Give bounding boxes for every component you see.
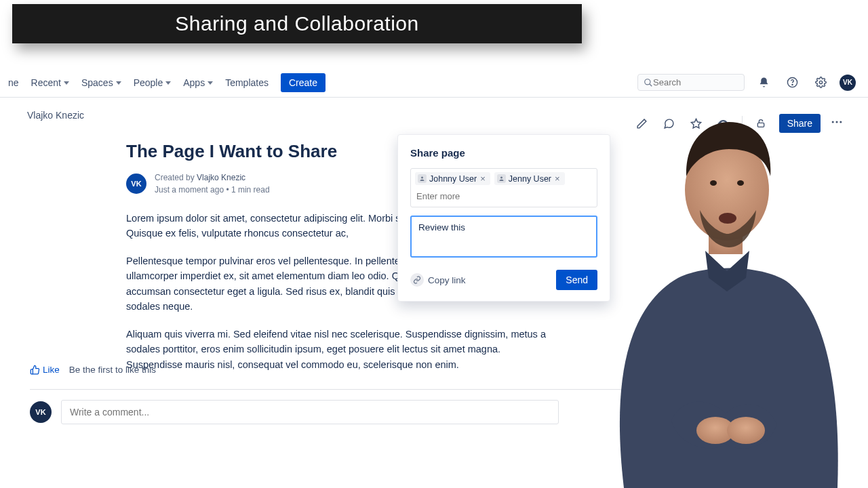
nav-right: VK [637, 73, 860, 92]
help-icon[interactable] [783, 73, 802, 92]
author-name[interactable]: Vlajko Knezic [197, 173, 245, 182]
svg-point-19 [737, 180, 744, 186]
author-avatar[interactable]: VK [126, 174, 146, 194]
settings-icon[interactable] [811, 73, 830, 92]
share-dialog-title: Share page [410, 147, 597, 159]
share-dialog: Share page Johnny User × Jenny User × Co… [397, 134, 610, 302]
notifications-icon[interactable] [754, 73, 773, 92]
user-avatar[interactable]: VK [840, 75, 856, 91]
svg-point-4 [819, 81, 822, 83]
svg-point-11 [421, 177, 423, 179]
svg-point-14 [727, 417, 765, 444]
nav-item-spaces[interactable]: Spaces [81, 77, 121, 88]
chevron-down-icon [165, 81, 171, 85]
chevron-down-icon [64, 81, 69, 85]
link-icon [410, 273, 424, 287]
svg-point-18 [710, 180, 717, 186]
chevron-down-icon [208, 81, 213, 85]
search-input[interactable] [653, 77, 734, 87]
recipient-chip: Jenny User × [494, 172, 565, 185]
share-dialog-footer: Copy link Send [410, 270, 597, 290]
search-box[interactable] [637, 74, 745, 91]
search-icon [644, 78, 653, 87]
page-toolbar: Share [633, 114, 844, 133]
copy-link-button[interactable]: Copy link [410, 273, 466, 287]
presenter-figure [570, 102, 854, 488]
svg-point-17 [719, 213, 736, 224]
restrictions-icon[interactable] [752, 115, 770, 132]
section-divider [30, 389, 631, 390]
comment-composer: VK [30, 400, 559, 424]
star-icon[interactable] [688, 115, 705, 132]
send-button[interactable]: Send [556, 270, 597, 290]
top-nav: ne Recent Spaces People Apps Templates C… [0, 68, 868, 98]
remove-recipient-icon[interactable]: × [554, 174, 561, 184]
toolbar-divider [742, 116, 743, 131]
read-time: 1 min read [231, 185, 270, 195]
comment-input[interactable] [61, 400, 559, 424]
more-actions-icon[interactable] [830, 115, 844, 132]
video-title-banner: Sharing and Collaboration [12, 4, 582, 43]
person-icon [497, 174, 506, 183]
reactions-row: Like Be the first to like this [30, 365, 156, 375]
svg-point-8 [832, 121, 834, 123]
byline-text: Created by Vlajko Knezic Just a moment a… [155, 171, 270, 196]
nav-item-apps[interactable]: Apps [183, 77, 213, 88]
recipient-chip: Johnny User × [415, 172, 490, 185]
nav-item-home-partial[interactable]: ne [8, 77, 19, 88]
body-paragraph: Aliquam quis viverra mi. Sed eleifend vi… [126, 327, 547, 372]
created-time: Just a moment ago [155, 185, 224, 195]
svg-line-1 [650, 83, 652, 86]
svg-point-13 [696, 417, 734, 444]
svg-rect-15 [709, 220, 743, 254]
edit-icon[interactable] [633, 115, 651, 132]
svg-point-0 [645, 79, 650, 84]
svg-point-12 [500, 177, 502, 179]
comment-icon[interactable] [660, 115, 678, 132]
video-title-text: Sharing and Collaboration [175, 12, 418, 35]
svg-point-3 [791, 84, 792, 85]
nav-item-people[interactable]: People [134, 77, 172, 88]
commenter-avatar: VK [30, 401, 52, 423]
svg-point-9 [836, 121, 838, 123]
nav-item-recent[interactable]: Recent [31, 77, 69, 88]
watch-icon[interactable] [715, 115, 732, 132]
svg-point-16 [685, 139, 769, 241]
recipients-input[interactable]: Johnny User × Jenny User × [410, 168, 597, 207]
svg-point-6 [722, 122, 724, 124]
like-button[interactable]: Like [30, 365, 60, 375]
recipients-text-input[interactable] [415, 189, 593, 203]
svg-rect-7 [757, 123, 764, 127]
thumbs-up-icon [30, 365, 40, 375]
like-prompt: Be the first to like this [69, 365, 156, 375]
chevron-down-icon [116, 81, 121, 85]
create-button[interactable]: Create [281, 73, 326, 92]
svg-point-10 [840, 121, 842, 123]
share-button[interactable]: Share [779, 114, 821, 133]
svg-marker-5 [692, 119, 701, 127]
person-icon [418, 174, 427, 183]
nav-item-templates[interactable]: Templates [225, 77, 269, 88]
nav-left: ne Recent Spaces People Apps Templates C… [8, 73, 326, 92]
share-message-input[interactable] [410, 216, 597, 258]
remove-recipient-icon[interactable]: × [479, 174, 486, 184]
